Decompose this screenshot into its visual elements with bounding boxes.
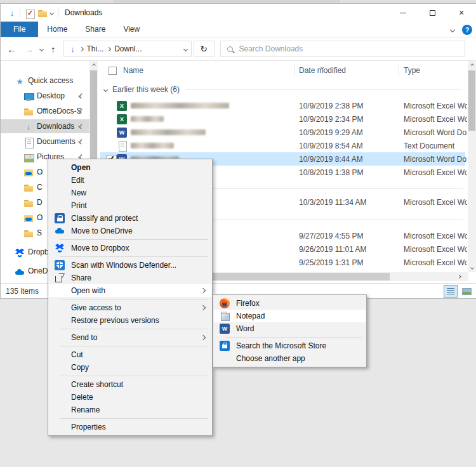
breadcrumb-this-pc[interactable]: Thi... — [87, 44, 104, 53]
file-date-modified: 10/8/2019 1:38 PM — [299, 168, 363, 177]
menu-item-label: Give access to — [71, 303, 121, 312]
column-header-row: Name Date modified Type — [98, 61, 468, 80]
sidebar-item-label: Quick access — [28, 76, 86, 85]
folder-icon — [23, 107, 32, 115]
menu-item-print[interactable]: Print — [49, 199, 211, 212]
address-dropdown-icon[interactable] — [183, 46, 187, 51]
thumbnails-view-button[interactable] — [459, 285, 473, 298]
menu-item-rename[interactable]: Rename — [49, 404, 211, 416]
submenu-arrow-icon — [201, 335, 206, 340]
forward-button[interactable]: → — [24, 44, 34, 55]
breadcrumb[interactable]: Thi... Downl... — [63, 41, 192, 57]
view-buttons — [444, 285, 473, 298]
menu-item-new[interactable]: New — [49, 187, 211, 199]
menu-item-label: Copy — [71, 363, 89, 372]
menu-item-create-shortcut[interactable]: Create shortcut — [49, 378, 211, 391]
menu-item-label: Open — [71, 163, 91, 172]
menu-item-scan-with-windows-defender[interactable]: Scan with Windows Defender... — [49, 259, 211, 272]
tab-view[interactable]: View — [114, 22, 149, 37]
file-row[interactable]: 10/9/2019 9:29 AMMicrosoft Word Do — [100, 126, 465, 139]
scrollbar-thumb[interactable] — [468, 70, 475, 131]
breadcrumb-downloads[interactable]: Downl... — [114, 44, 142, 53]
window-title: Downloads — [65, 8, 102, 17]
file-type: Microsoft Excel Wo — [404, 198, 467, 207]
menu-item-open-with[interactable]: Open with — [49, 284, 211, 297]
file-date-modified: 10/9/2019 9:29 AM — [299, 128, 363, 137]
details-view-button[interactable] — [444, 285, 458, 298]
tab-share[interactable]: Share — [76, 22, 114, 37]
menu-item-label: Notepad — [236, 312, 265, 320]
sidebar-item-quick-access[interactable]: Quick access — [1, 74, 89, 88]
menu-item-label: Restore previous versions — [71, 316, 159, 325]
pin-icon — [77, 93, 83, 99]
menu-item-firefox[interactable]: Firefox — [214, 297, 366, 310]
close-button[interactable]: × — [447, 4, 476, 22]
file-row[interactable]: 10/9/2019 2:38 PMMicrosoft Excel Wo — [100, 99, 465, 112]
sidebar-item-documents[interactable]: Documents — [1, 135, 89, 148]
new-folder-icon[interactable] — [37, 9, 46, 17]
menu-item-give-access-to[interactable]: Give access to — [49, 301, 211, 314]
menu-item-delete[interactable]: Delete — [49, 391, 211, 404]
menu-item-search-the-microsoft-store[interactable]: Search the Microsoft Store — [214, 339, 366, 352]
scroll-right-icon[interactable] — [454, 272, 465, 281]
menu-item-properties[interactable]: Properties — [49, 421, 211, 433]
column-type[interactable]: Type — [404, 66, 420, 75]
downloads-folder-icon — [7, 9, 15, 17]
menu-item-cut[interactable]: Cut — [49, 348, 211, 361]
expand-ribbon-icon[interactable] — [450, 27, 455, 32]
menu-item-classify-and-protect[interactable]: Classify and protect — [49, 212, 211, 225]
sidebar-item-downloads[interactable]: Downloads — [1, 119, 89, 133]
tab-file[interactable]: File — [1, 22, 38, 37]
menu-item-send-to[interactable]: Send to — [49, 331, 211, 344]
menu-item-restore-previous-versions[interactable]: Restore previous versions — [49, 314, 211, 327]
sidebar-item-officedocs-s[interactable]: OfficeDocs-S — [1, 104, 89, 118]
folder-icon — [23, 229, 32, 237]
file-date-modified: 10/3/2019 11:34 AM — [299, 198, 367, 207]
back-button[interactable]: ← — [7, 44, 17, 55]
group-header[interactable]: Earlier this week (6) — [102, 84, 463, 95]
collapse-group-icon[interactable] — [103, 87, 108, 91]
properties-icon[interactable] — [25, 9, 33, 17]
maximize-icon — [430, 10, 435, 16]
scroll-down-icon[interactable] — [468, 263, 476, 272]
help-icon[interactable]: ? — [462, 25, 472, 35]
firefox-icon — [220, 298, 230, 308]
pin-icon — [77, 139, 83, 145]
sidebar-item-desktop[interactable]: Desktop — [1, 89, 89, 103]
menu-item-notepad[interactable]: Notepad — [214, 310, 366, 322]
up-button[interactable]: ↑ — [51, 44, 56, 55]
column-divider[interactable] — [294, 63, 294, 77]
column-name[interactable]: Name — [123, 66, 143, 75]
foldercloud-icon — [23, 214, 32, 222]
menu-separator — [60, 376, 208, 376]
refresh-button[interactable]: ↻ — [194, 41, 215, 57]
menu-item-move-to-onedrive[interactable]: Move to OneDrive — [49, 225, 211, 237]
location-icon — [68, 45, 76, 53]
qat-dropdown-icon[interactable] — [50, 10, 54, 15]
menu-item-label: Properties — [71, 423, 106, 431]
file-row[interactable]: 10/9/2019 8:54 AMText Document — [100, 139, 465, 152]
menu-item-word[interactable]: Word — [214, 322, 366, 335]
menu-item-edit[interactable]: Edit — [49, 174, 211, 187]
scroll-up-icon[interactable] — [468, 61, 476, 70]
file-date-modified: 10/9/2019 2:34 PM — [299, 115, 363, 124]
column-divider[interactable] — [399, 63, 399, 77]
recent-locations-icon[interactable] — [39, 46, 44, 51]
maximize-button[interactable] — [418, 4, 447, 22]
menu-item-open[interactable]: Open — [49, 161, 211, 174]
search-input[interactable] — [239, 44, 459, 53]
file-row[interactable]: 10/9/2019 2:34 PMMicrosoft Excel Wo — [100, 112, 465, 126]
menu-item-move-to-dropbox[interactable]: Move to Dropbox — [49, 242, 211, 254]
tab-home[interactable]: Home — [38, 22, 76, 37]
search-box[interactable] — [220, 41, 465, 57]
select-all-checkbox[interactable] — [109, 67, 117, 75]
minimize-button[interactable] — [388, 4, 418, 22]
menu-item-label: Open with — [71, 286, 105, 295]
file-date-modified: 10/9/2019 8:54 AM — [299, 141, 363, 150]
menu-item-share[interactable]: Share — [49, 272, 211, 284]
scroll-up-icon[interactable] — [89, 61, 98, 70]
menu-item-choose-another-app[interactable]: Choose another app — [214, 352, 366, 365]
filelist-vscrollbar[interactable] — [468, 61, 476, 272]
file-date-modified: 10/9/2019 2:38 PM — [299, 102, 363, 110]
menu-item-copy[interactable]: Copy — [49, 361, 211, 374]
